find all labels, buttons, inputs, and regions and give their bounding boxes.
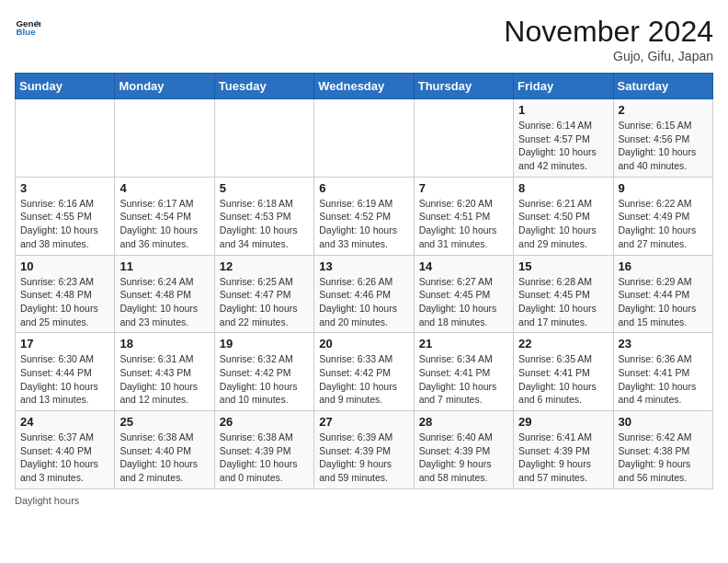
day-info: Sunrise: 6:34 AM Sunset: 4:41 PM Dayligh… [419,352,508,407]
day-info: Sunrise: 6:16 AM Sunset: 4:55 PM Dayligh… [20,197,109,251]
day-info: Sunrise: 6:37 AM Sunset: 4:40 PM Dayligh… [20,431,109,485]
day-info: Sunrise: 6:31 AM Sunset: 4:43 PM Dayligh… [119,352,209,407]
column-headers: SundayMondayTuesdayWednesdayThursdayFrid… [16,74,713,99]
title-area: November 2024 Gujo, Gifu, Japan [504,15,713,63]
day-info: Sunrise: 6:25 AM Sunset: 4:47 PM Dayligh… [220,275,309,329]
day-info: Sunrise: 6:41 AM Sunset: 4:39 PM Dayligh… [518,431,608,485]
day-info: Sunrise: 6:38 AM Sunset: 4:39 PM Dayligh… [220,431,309,485]
day-number: 25 [119,415,209,429]
day-number: 26 [220,415,309,429]
day-info: Sunrise: 6:29 AM Sunset: 4:44 PM Dayligh… [619,275,708,329]
calendar-cell: 17Sunrise: 6:30 AM Sunset: 4:44 PM Dayli… [16,333,115,411]
calendar-cell: 24Sunrise: 6:37 AM Sunset: 4:40 PM Dayli… [16,411,115,489]
calendar-cell: 26Sunrise: 6:38 AM Sunset: 4:39 PM Dayli… [214,411,313,489]
calendar-cell: 14Sunrise: 6:27 AM Sunset: 4:45 PM Dayli… [414,255,513,333]
calendar-cell [314,99,414,178]
day-number: 21 [419,337,508,350]
calendar-cell: 1Sunrise: 6:14 AM Sunset: 4:57 PM Daylig… [514,99,613,178]
calendar-cell: 3Sunrise: 6:16 AM Sunset: 4:55 PM Daylig… [16,177,115,255]
day-number: 12 [220,259,309,273]
day-info: Sunrise: 6:17 AM Sunset: 4:54 PM Dayligh… [119,197,209,251]
calendar-cell: 2Sunrise: 6:15 AM Sunset: 4:56 PM Daylig… [613,99,712,178]
calendar-cell: 6Sunrise: 6:19 AM Sunset: 4:52 PM Daylig… [314,177,414,255]
day-number: 23 [619,337,708,350]
calendar-cell: 11Sunrise: 6:24 AM Sunset: 4:48 PM Dayli… [115,255,214,333]
calendar-cell: 29Sunrise: 6:41 AM Sunset: 4:39 PM Dayli… [514,411,613,489]
calendar-cell: 16Sunrise: 6:29 AM Sunset: 4:44 PM Dayli… [613,255,712,333]
day-info: Sunrise: 6:39 AM Sunset: 4:39 PM Dayligh… [319,431,408,485]
col-header-thursday: Thursday [414,74,513,99]
day-number: 5 [220,181,309,195]
calendar-cell: 23Sunrise: 6:36 AM Sunset: 4:41 PM Dayli… [613,333,712,411]
col-header-monday: Monday [115,74,214,99]
week-row-3: 10Sunrise: 6:23 AM Sunset: 4:48 PM Dayli… [16,255,713,333]
day-info: Sunrise: 6:33 AM Sunset: 4:42 PM Dayligh… [319,352,408,407]
day-number: 20 [319,337,408,350]
day-number: 3 [20,181,109,195]
calendar-cell: 19Sunrise: 6:32 AM Sunset: 4:42 PM Dayli… [214,333,313,411]
location: Gujo, Gifu, Japan [504,49,713,63]
day-info: Sunrise: 6:30 AM Sunset: 4:44 PM Dayligh… [20,352,109,407]
day-info: Sunrise: 6:42 AM Sunset: 4:38 PM Dayligh… [619,431,708,485]
calendar-cell: 4Sunrise: 6:17 AM Sunset: 4:54 PM Daylig… [115,177,214,255]
calendar-cell: 7Sunrise: 6:20 AM Sunset: 4:51 PM Daylig… [414,177,513,255]
logo-icon: General Blue [15,15,40,40]
day-number: 1 [518,103,608,117]
logo: General Blue [15,15,40,40]
footer-note: Daylight hours [15,495,713,506]
calendar-cell [414,99,513,178]
week-row-2: 3Sunrise: 6:16 AM Sunset: 4:55 PM Daylig… [16,177,713,255]
day-info: Sunrise: 6:40 AM Sunset: 4:39 PM Dayligh… [419,431,508,485]
day-number: 14 [419,259,508,273]
day-number: 30 [619,415,708,429]
calendar-cell: 15Sunrise: 6:28 AM Sunset: 4:45 PM Dayli… [514,255,613,333]
day-number: 29 [518,415,608,429]
calendar-cell: 25Sunrise: 6:38 AM Sunset: 4:40 PM Dayli… [115,411,214,489]
week-row-4: 17Sunrise: 6:30 AM Sunset: 4:44 PM Dayli… [16,333,713,411]
calendar-cell: 22Sunrise: 6:35 AM Sunset: 4:41 PM Dayli… [514,333,613,411]
day-info: Sunrise: 6:28 AM Sunset: 4:45 PM Dayligh… [518,275,608,329]
day-number: 28 [419,415,508,429]
day-number: 24 [20,415,109,429]
day-number: 10 [20,259,109,273]
day-info: Sunrise: 6:23 AM Sunset: 4:48 PM Dayligh… [20,275,109,329]
day-number: 4 [119,181,209,195]
calendar-cell: 18Sunrise: 6:31 AM Sunset: 4:43 PM Dayli… [115,333,214,411]
day-info: Sunrise: 6:15 AM Sunset: 4:56 PM Dayligh… [619,119,708,173]
calendar-cell [214,99,313,178]
calendar-cell: 21Sunrise: 6:34 AM Sunset: 4:41 PM Dayli… [414,333,513,411]
svg-text:Blue: Blue [16,27,36,37]
month-title: November 2024 [504,15,713,49]
calendar-cell: 13Sunrise: 6:26 AM Sunset: 4:46 PM Dayli… [314,255,414,333]
calendar-cell: 27Sunrise: 6:39 AM Sunset: 4:39 PM Dayli… [314,411,414,489]
calendar-cell: 5Sunrise: 6:18 AM Sunset: 4:53 PM Daylig… [214,177,313,255]
day-number: 7 [419,181,508,195]
day-number: 9 [619,181,708,195]
day-info: Sunrise: 6:22 AM Sunset: 4:49 PM Dayligh… [619,197,708,251]
col-header-saturday: Saturday [613,74,712,99]
day-info: Sunrise: 6:38 AM Sunset: 4:40 PM Dayligh… [119,431,209,485]
week-row-5: 24Sunrise: 6:37 AM Sunset: 4:40 PM Dayli… [16,411,713,489]
day-info: Sunrise: 6:18 AM Sunset: 4:53 PM Dayligh… [220,197,309,251]
day-number: 19 [220,337,309,350]
day-number: 6 [319,181,408,195]
calendar-cell [16,99,115,178]
day-number: 2 [619,103,708,117]
day-info: Sunrise: 6:24 AM Sunset: 4:48 PM Dayligh… [119,275,209,329]
day-number: 13 [319,259,408,273]
calendar-cell: 8Sunrise: 6:21 AM Sunset: 4:50 PM Daylig… [514,177,613,255]
calendar-body: 1Sunrise: 6:14 AM Sunset: 4:57 PM Daylig… [16,99,713,489]
col-header-tuesday: Tuesday [214,74,313,99]
day-number: 17 [20,337,109,350]
calendar-cell: 30Sunrise: 6:42 AM Sunset: 4:38 PM Dayli… [613,411,712,489]
day-number: 16 [619,259,708,273]
col-header-sunday: Sunday [16,74,115,99]
day-number: 18 [119,337,209,350]
day-info: Sunrise: 6:21 AM Sunset: 4:50 PM Dayligh… [518,197,608,251]
col-header-wednesday: Wednesday [314,74,414,99]
day-info: Sunrise: 6:27 AM Sunset: 4:45 PM Dayligh… [419,275,508,329]
day-number: 22 [518,337,608,350]
page-header: General Blue November 2024 Gujo, Gifu, J… [15,15,713,63]
day-number: 27 [319,415,408,429]
calendar-cell: 20Sunrise: 6:33 AM Sunset: 4:42 PM Dayli… [314,333,414,411]
